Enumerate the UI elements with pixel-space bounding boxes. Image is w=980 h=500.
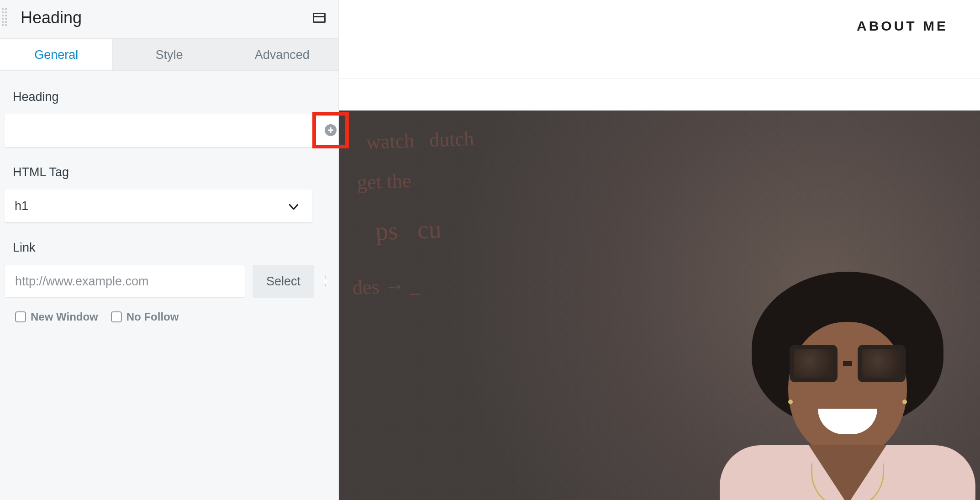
link-select-button[interactable]: Select (253, 265, 314, 298)
new-window-checkbox[interactable]: New Window (15, 311, 98, 323)
panel-title: Heading (21, 8, 82, 27)
highlight-box (312, 112, 349, 148)
html-tag-select[interactable] (5, 189, 312, 222)
heading-input[interactable] (5, 114, 338, 147)
checkbox-icon (15, 311, 26, 322)
html-tag-label: HTML Tag (13, 165, 326, 179)
window-mode-icon[interactable] (313, 13, 326, 23)
no-follow-checkbox[interactable]: No Follow (111, 311, 179, 323)
panel-header: Heading (0, 0, 338, 38)
tab-general[interactable]: General (0, 39, 113, 70)
link-url-input[interactable] (5, 265, 245, 298)
checkbox-icon (111, 311, 122, 322)
site-topbar: ABOUT ME (339, 0, 980, 79)
new-window-label: New Window (31, 311, 98, 323)
drag-handle-icon[interactable] (2, 8, 7, 26)
hero-person-illustration (683, 272, 980, 500)
settings-panel: Heading General Style Advanced Heading H… (0, 0, 339, 500)
tab-bar: General Style Advanced (0, 38, 338, 71)
heading-input-wrap (5, 114, 338, 147)
html-tag-select-wrap (5, 189, 312, 222)
link-row: Select (5, 265, 326, 298)
add-field-connection-button[interactable] (325, 124, 337, 136)
nav-about-me[interactable]: ABOUT ME (857, 18, 948, 34)
plus-circle-icon[interactable] (325, 275, 326, 287)
link-label: Link (13, 241, 326, 255)
whiteboard-scribble: get the (357, 169, 411, 194)
page-preview: watch dutch get the ps cu des → _ (339, 79, 980, 500)
heading-field-label: Heading (13, 90, 326, 104)
whiteboard-scribble: watch dutch (366, 127, 474, 154)
tab-style[interactable]: Style (113, 39, 226, 70)
whiteboard-scribble: ps cu (375, 214, 442, 246)
hero-section: watch dutch get the ps cu des → _ (339, 111, 980, 500)
tab-advanced[interactable]: Advanced (226, 39, 338, 70)
whiteboard-scribble: des → _ (352, 274, 420, 299)
no-follow-label: No Follow (126, 311, 179, 323)
panel-body: Heading HTML Tag Link Select (0, 71, 338, 323)
link-options: New Window No Follow (13, 311, 326, 323)
